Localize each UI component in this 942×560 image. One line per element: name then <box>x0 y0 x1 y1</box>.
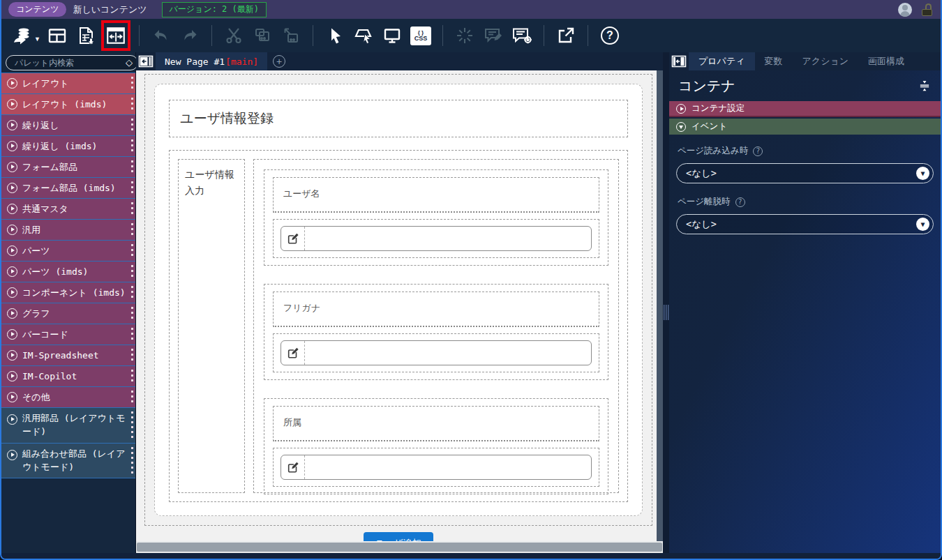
undo-icon <box>151 26 171 45</box>
toggle-properties-panel-button[interactable] <box>669 52 689 70</box>
page-title-element[interactable]: ユーザ情報登録 <box>169 100 628 137</box>
container-element[interactable]: ユーザ情報登録 ユーザ情報入力 ユーザ名 <box>154 84 643 516</box>
help-icon[interactable]: ? <box>735 197 745 207</box>
form-group-label[interactable]: ユーザ情報入力 <box>178 159 245 493</box>
form-fields-column[interactable]: ユーザ名 <box>253 159 619 493</box>
tab-actions[interactable]: アクション <box>793 52 859 70</box>
tab-screen-structure[interactable]: 画面構成 <box>858 52 914 70</box>
tab-properties[interactable]: プロパティ <box>689 52 755 70</box>
panel-splitter[interactable] <box>663 52 669 553</box>
edit-button[interactable] <box>281 455 305 479</box>
undo-button[interactable] <box>148 21 174 50</box>
preview-button[interactable] <box>379 21 405 50</box>
palette-item-layout-imds[interactable]: レイアウト (imds) <box>1 93 135 114</box>
paste-button[interactable] <box>278 21 304 50</box>
page-leave-select[interactable]: <なし> ▼ <box>676 214 934 234</box>
edit-button[interactable] <box>281 341 305 365</box>
section-container-settings[interactable]: コンテナ設定 <box>669 101 941 117</box>
palette-item-combination-layout-mode[interactable]: 組み合わせ部品 (レイアウトモード) <box>1 443 135 479</box>
select-tool-button[interactable] <box>322 21 348 50</box>
palette-item-parts[interactable]: パーツ <box>1 240 135 261</box>
form-layout-element[interactable]: ユーザ情報入力 ユーザ名 <box>169 150 628 502</box>
canvas-horizontal-scrollbar[interactable] <box>136 541 663 553</box>
add-user-button[interactable]: ユーザ追加 <box>364 532 433 541</box>
palette-item-component-imds[interactable]: コンポーネント (imds) <box>1 282 135 303</box>
palette-item-repeat-imds[interactable]: 繰り返し (imds) <box>1 135 135 156</box>
page-tab-active[interactable]: New Page #1 [main] <box>156 52 267 70</box>
text-field[interactable] <box>281 455 592 480</box>
palette-item-repeat[interactable]: 繰り返し <box>1 114 135 135</box>
comment-settings-icon <box>511 26 533 45</box>
help-button[interactable]: ? <box>597 21 623 50</box>
dropdown-caret-icon[interactable]: ▼ <box>916 218 929 231</box>
toolbar-divider <box>211 25 212 46</box>
text-input[interactable] <box>305 455 591 479</box>
field-label[interactable]: 所属 <box>273 406 599 441</box>
properties-panel: プロパティ 変数 アクション 画面構成 コンテナ コンテナ設定 <box>669 52 941 553</box>
spreadsheet-export-button[interactable] <box>73 21 99 50</box>
palette-item-im-copilot[interactable]: IM-Copilot <box>1 365 135 386</box>
palette-item-im-spreadsheet[interactable]: IM-Spreadsheet <box>1 345 135 365</box>
toggle-palette-button[interactable] <box>136 52 156 70</box>
palette-search-input[interactable] <box>13 57 123 68</box>
palette-item-form-parts[interactable]: フォーム部品 <box>1 156 135 177</box>
palette-search-box[interactable]: ◇ <box>6 55 138 70</box>
palette-item-form-parts-imds[interactable]: フォーム部品 (imds) <box>1 177 135 198</box>
palette-item-general[interactable]: 汎用 <box>1 219 135 240</box>
layout-template-button[interactable] <box>44 21 70 50</box>
save-dropdown-caret-icon[interactable]: ▼ <box>34 36 40 43</box>
palette-item-barcode[interactable]: バーコード <box>1 324 135 345</box>
field-group-username[interactable]: ユーザ名 <box>264 169 608 266</box>
expand-icon <box>7 329 17 340</box>
dropdown-caret-icon[interactable]: ▼ <box>916 167 929 180</box>
copy-button[interactable] <box>249 21 276 50</box>
region-select-tool-button[interactable] <box>350 21 377 50</box>
palette-item-parts-imds[interactable]: パーツ (imds) <box>1 261 135 282</box>
edit-button[interactable] <box>281 227 305 250</box>
input-drop-zone[interactable] <box>273 333 599 372</box>
design-canvas[interactable]: ユーザ情報登録 ユーザ情報入力 ユーザ名 <box>136 70 657 541</box>
save-database-button[interactable] <box>8 21 35 50</box>
splitter-handle-icon[interactable] <box>664 305 669 320</box>
cut-button[interactable] <box>220 21 247 50</box>
field-group-department[interactable]: 所属 <box>264 398 608 494</box>
text-input[interactable] <box>305 227 591 250</box>
page-drop-zone[interactable]: ユーザ情報登録 ユーザ情報入力 ユーザ名 <box>144 74 652 526</box>
version-badge: バージョン: 2 (最新) <box>162 2 267 17</box>
palette-item-common-master[interactable]: 共通マスタ <box>1 198 135 219</box>
comment-edit-button[interactable] <box>480 21 507 50</box>
split-view-button-highlighted[interactable] <box>101 20 130 51</box>
text-field[interactable] <box>281 340 592 365</box>
palette-item-general-layout-mode[interactable]: 汎用部品 (レイアウトモード) <box>1 407 135 443</box>
page-tab-main-suffix: [main] <box>225 56 258 67</box>
field-group-furigana[interactable]: フリガナ <box>264 284 608 380</box>
redo-button[interactable] <box>177 21 203 50</box>
comment-settings-button[interactable] <box>509 21 535 50</box>
user-avatar-icon[interactable] <box>898 3 912 17</box>
text-input[interactable] <box>305 341 591 365</box>
refresh-status-button[interactable] <box>451 21 478 50</box>
palette-item-others[interactable]: その他 <box>1 386 135 407</box>
clear-search-icon[interactable]: ◇ <box>126 57 133 68</box>
css-edit-button[interactable]: { }CSS <box>408 21 434 50</box>
input-drop-zone[interactable] <box>273 219 599 258</box>
input-drop-zone[interactable] <box>273 448 599 487</box>
field-label[interactable]: ユーザ名 <box>273 177 599 213</box>
text-field[interactable] <box>281 226 592 251</box>
page-load-select[interactable]: <なし> ▼ <box>676 163 934 183</box>
collapse-right-panel-icon <box>671 54 687 68</box>
scrollbar-thumb[interactable] <box>137 543 662 552</box>
collapse-sections-button[interactable] <box>918 79 932 93</box>
palette-item-graph[interactable]: グラフ <box>1 303 135 324</box>
open-external-button[interactable] <box>553 21 579 50</box>
add-page-button[interactable]: + <box>267 52 291 70</box>
event-label-page-load: ページ読み込み時 ? <box>678 145 932 157</box>
unlock-icon[interactable] <box>921 3 934 17</box>
section-events[interactable]: イベント <box>669 119 941 135</box>
expand-icon <box>7 120 17 130</box>
tab-variables[interactable]: 変数 <box>755 52 793 70</box>
field-label[interactable]: フリガナ <box>273 292 599 327</box>
help-icon[interactable]: ? <box>753 146 763 156</box>
palette-item-layout[interactable]: レイアウト <box>1 73 135 93</box>
canvas-vertical-scrollbar[interactable] <box>657 70 663 541</box>
